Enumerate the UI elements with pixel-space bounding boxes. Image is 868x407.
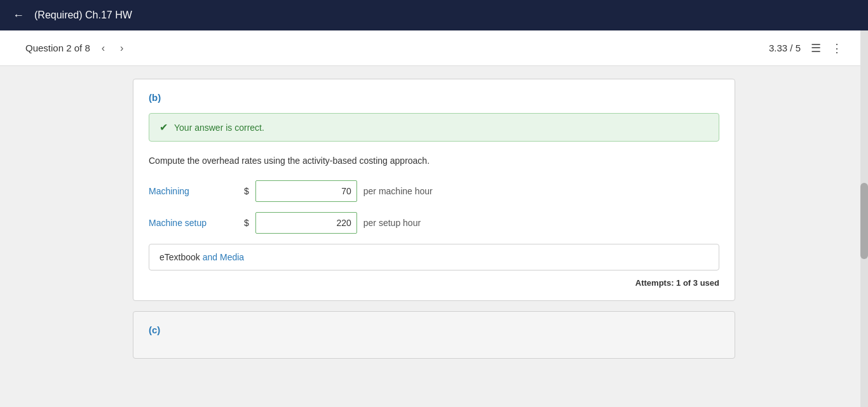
- section-b-card: (b) ✔ Your answer is correct. Compute th…: [133, 79, 735, 301]
- section-c-label: (c): [149, 324, 719, 335]
- machining-unit: per machine hour: [363, 186, 433, 196]
- section-b-label: (b): [149, 92, 719, 103]
- next-question-button[interactable]: ›: [116, 40, 127, 57]
- machine-setup-dollar: $: [244, 218, 249, 228]
- machine-setup-row: Machine setup $ per setup hour: [149, 212, 719, 234]
- main-content: (b) ✔ Your answer is correct. Compute th…: [123, 66, 745, 382]
- correct-text: Your answer is correct.: [174, 123, 264, 133]
- etextbook-media-link[interactable]: and Media: [200, 252, 244, 262]
- correct-check-icon: ✔: [159, 121, 168, 133]
- etextbook-text: eTextbook: [159, 252, 200, 262]
- back-button[interactable]: ←: [13, 9, 24, 22]
- machine-setup-input[interactable]: [255, 212, 357, 234]
- question-label: Question 2 of 8: [25, 43, 90, 53]
- sub-header: Question 2 of 8 ‹ › 3.33 / 5 ☰ ⋮: [0, 30, 868, 66]
- scroll-thumb[interactable]: [860, 183, 868, 259]
- machine-setup-unit: per setup hour: [363, 218, 421, 228]
- sub-header-right: 3.33 / 5 ☰ ⋮: [769, 41, 843, 55]
- etextbook-bar[interactable]: eTextbook and Media: [149, 244, 719, 270]
- scrollbar[interactable]: [860, 30, 868, 382]
- machining-row: Machining $ per machine hour: [149, 180, 719, 202]
- attempts-row: Attempts: 1 of 3 used: [149, 278, 719, 288]
- machine-setup-label: Machine setup: [149, 218, 238, 228]
- top-bar: ← (Required) Ch.17 HW: [0, 0, 868, 30]
- prev-question-button[interactable]: ‹: [98, 40, 109, 57]
- machining-dollar: $: [244, 186, 249, 196]
- section-c-card: (c): [133, 311, 735, 359]
- machining-input[interactable]: [255, 180, 357, 202]
- score-label: 3.33 / 5: [769, 43, 801, 53]
- list-icon[interactable]: ☰: [811, 41, 821, 55]
- machining-label: Machining: [149, 186, 238, 196]
- more-icon[interactable]: ⋮: [831, 41, 843, 55]
- correct-banner: ✔ Your answer is correct.: [149, 113, 719, 142]
- question-text: Compute the overhead rates using the act…: [149, 154, 719, 168]
- page-title: (Required) Ch.17 HW: [34, 10, 132, 21]
- sub-header-left: Question 2 of 8 ‹ ›: [25, 40, 127, 57]
